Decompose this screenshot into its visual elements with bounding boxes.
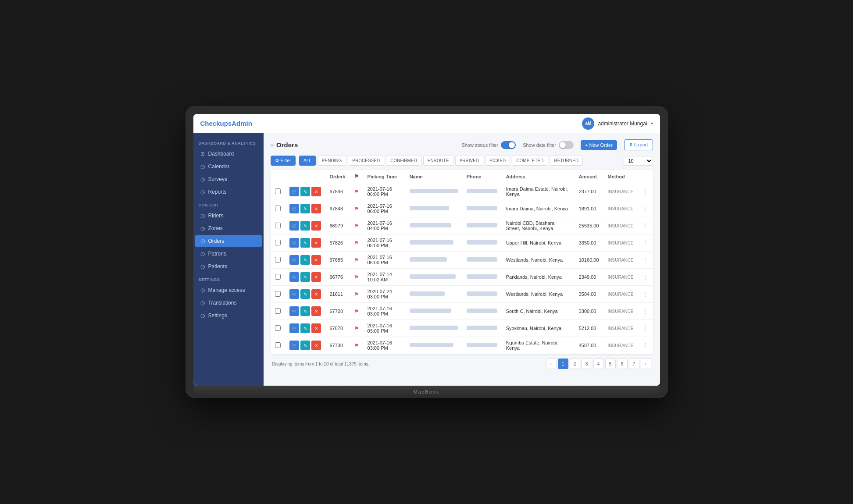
page-1[interactable]: 1 <box>558 358 568 369</box>
cart-button[interactable]: 🛒 <box>289 255 299 265</box>
export-button[interactable]: ⬆ Export <box>624 139 653 150</box>
row-checkbox[interactable] <box>275 274 281 280</box>
more-icon[interactable]: ⋮ <box>642 256 648 263</box>
edit-button[interactable]: ✎ <box>300 323 310 333</box>
cart-button[interactable]: 🛒 <box>289 204 299 213</box>
row-checkbox[interactable] <box>275 325 281 331</box>
filter-tabs: ⚙ Filter ALL PENDING PROCESSED CONFIRMED… <box>271 156 583 166</box>
tab-arrived[interactable]: ARRIVED <box>455 156 483 166</box>
delete-button[interactable]: ✕ <box>311 323 321 333</box>
per-page-dropdown[interactable]: 10 25 50 100 <box>624 156 653 166</box>
sidebar-label-calendar: Calendar <box>208 163 230 170</box>
sidebar-item-manage-access[interactable]: ◷ Manage access <box>195 284 262 296</box>
delete-button[interactable]: ✕ <box>311 289 321 299</box>
edit-button[interactable]: ✎ <box>300 187 310 196</box>
date-filter-toggle[interactable] <box>559 141 574 149</box>
delete-button[interactable]: ✕ <box>311 204 321 213</box>
page-4[interactable]: 4 <box>593 358 604 369</box>
more-icon[interactable]: ⋮ <box>642 188 648 195</box>
row-checkbox[interactable] <box>275 308 281 314</box>
row-checkbox[interactable] <box>275 188 281 194</box>
page-prev[interactable]: ‹ <box>546 358 557 369</box>
sidebar-item-orders[interactable]: ◷ Orders <box>195 235 262 247</box>
row-checkbox[interactable] <box>275 240 281 245</box>
page-next[interactable]: › <box>641 358 651 369</box>
delete-button[interactable]: ✕ <box>311 341 321 350</box>
edit-button[interactable]: ✎ <box>300 272 310 282</box>
edit-button[interactable]: ✎ <box>300 221 310 231</box>
status-filter-toggle[interactable] <box>501 141 516 149</box>
edit-button[interactable]: ✎ <box>300 341 310 350</box>
row-checkbox-cell <box>271 234 285 252</box>
more-icon[interactable]: ⋮ <box>642 239 648 246</box>
filter-button[interactable]: ⚙ Filter <box>271 156 296 166</box>
delete-button[interactable]: ✕ <box>311 255 321 265</box>
sidebar-item-zones[interactable]: ◷ Zones <box>195 222 262 234</box>
delete-button[interactable]: ✕ <box>311 238 321 248</box>
more-cell: ⋮ <box>638 252 653 269</box>
row-checkbox[interactable] <box>275 206 281 211</box>
page-6[interactable]: 6 <box>617 358 628 369</box>
more-icon[interactable]: ⋮ <box>642 291 648 298</box>
tab-confirmed[interactable]: CONFIRMED <box>386 156 421 166</box>
cart-button[interactable]: 🛒 <box>289 289 299 299</box>
more-icon[interactable]: ⋮ <box>642 325 648 332</box>
row-checkbox[interactable] <box>275 257 281 263</box>
edit-button[interactable]: ✎ <box>300 238 310 248</box>
sidebar-item-translations[interactable]: ◷ Translations <box>195 297 262 309</box>
sidebar-item-surveys[interactable]: ◷ Surveys <box>195 173 262 185</box>
row-checkbox[interactable] <box>275 223 281 228</box>
method: INSURANCE <box>603 337 638 354</box>
delete-button[interactable]: ✕ <box>311 187 321 196</box>
sidebar-item-settings[interactable]: ◷ Settings <box>195 309 262 322</box>
cart-button[interactable]: 🛒 <box>289 306 299 316</box>
more-icon[interactable]: ⋮ <box>642 222 648 229</box>
cart-button[interactable]: 🛒 <box>289 187 299 196</box>
avatar: aM <box>582 117 594 130</box>
sidebar-item-dashboard[interactable]: ⊞ Dashboard <box>195 148 262 160</box>
row-checkbox[interactable] <box>275 291 281 297</box>
delete-button[interactable]: ✕ <box>311 272 321 282</box>
page-3[interactable]: 3 <box>582 358 592 369</box>
sidebar-item-patrons[interactable]: ◷ Patrons <box>195 248 262 260</box>
user-menu[interactable]: aM administrator Mungai ▾ <box>582 117 653 130</box>
delete-button[interactable]: ✕ <box>311 306 321 316</box>
tab-processed[interactable]: PROCESSED <box>348 156 384 166</box>
tab-completed[interactable]: COMPLETED <box>512 156 548 166</box>
page-5[interactable]: 5 <box>605 358 616 369</box>
new-order-button[interactable]: + New Order <box>581 140 617 150</box>
phone-number <box>462 183 502 200</box>
more-icon[interactable]: ⋮ <box>642 308 648 315</box>
tab-all[interactable]: ALL <box>299 156 316 166</box>
order-number: 67846 <box>325 183 350 200</box>
tab-pending[interactable]: PENDING <box>318 156 346 166</box>
tab-picked[interactable]: PICKED <box>485 156 510 166</box>
tab-enroute[interactable]: ENROUTE <box>423 156 453 166</box>
edit-button[interactable]: ✎ <box>300 289 310 299</box>
cart-button[interactable]: 🛒 <box>289 221 299 231</box>
row-checkbox[interactable] <box>275 342 281 348</box>
page-2[interactable]: 2 <box>570 358 580 369</box>
cart-button[interactable]: 🛒 <box>289 272 299 282</box>
tab-returned[interactable]: RETURNED <box>550 156 583 166</box>
more-icon[interactable]: ⋮ <box>642 273 648 280</box>
cart-button[interactable]: 🛒 <box>289 238 299 248</box>
edit-button[interactable]: ✎ <box>300 306 310 316</box>
cart-button[interactable]: 🛒 <box>289 341 299 350</box>
sidebar-item-patients[interactable]: ◷ Patients <box>195 260 262 273</box>
delete-button[interactable]: ✕ <box>311 221 321 231</box>
flag-icon: ⚑ <box>354 274 359 280</box>
cart-button[interactable]: 🛒 <box>289 323 299 333</box>
sidebar-item-calendar[interactable]: ◷ Calendar <box>195 160 262 173</box>
flag-cell: ⚑ <box>350 183 363 200</box>
sidebar-item-reports[interactable]: ◷ Reports <box>195 186 262 198</box>
sidebar-item-riders[interactable]: ◷ Riders <box>195 209 262 222</box>
address: Ngumba Estate, Nairobi, Kenya <box>502 337 575 354</box>
page-7[interactable]: 7 <box>629 358 639 369</box>
edit-button[interactable]: ✎ <box>300 204 310 213</box>
more-icon[interactable]: ⋮ <box>642 342 648 349</box>
more-icon[interactable]: ⋮ <box>642 205 648 212</box>
per-page-select[interactable]: 10 25 50 100 <box>624 156 653 166</box>
edit-button[interactable]: ✎ <box>300 255 310 265</box>
order-number: 67685 <box>325 252 350 269</box>
